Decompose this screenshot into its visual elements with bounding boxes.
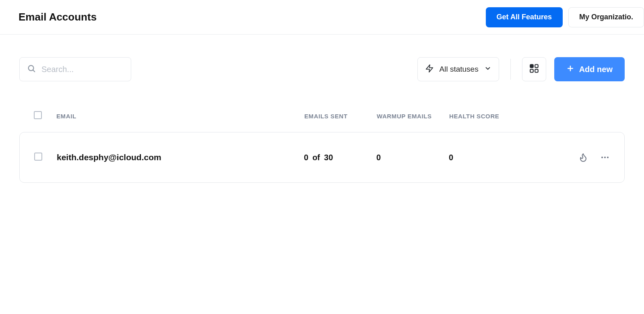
svg-point-9 [601, 157, 603, 158]
svg-rect-5 [530, 69, 533, 72]
add-new-label: Add new [579, 65, 613, 74]
view-toggle-button[interactable] [522, 57, 546, 81]
column-header-emails-sent: EMAILS SENT [304, 113, 377, 120]
search-input[interactable] [41, 65, 124, 74]
svg-rect-3 [530, 64, 533, 68]
row-email: keith.desphy@icloud.com [57, 153, 304, 162]
svg-rect-6 [535, 69, 538, 72]
row-actions [521, 153, 610, 162]
flame-icon[interactable] [578, 153, 588, 162]
svg-marker-2 [426, 64, 433, 72]
svg-line-1 [33, 70, 35, 72]
status-filter[interactable]: All statuses [417, 57, 499, 81]
toolbar: All statuses Add new [19, 57, 625, 81]
table-headers: EMAIL EMAILS SENT WARMUP EMAILS HEALTH S… [19, 111, 625, 121]
row-health-score: 0 [449, 153, 521, 162]
lightning-icon [425, 64, 434, 75]
header-actions: Get All Features My Organizatio. [486, 7, 644, 27]
svg-point-10 [604, 157, 606, 158]
search-icon [27, 64, 36, 74]
emails-sent-of: of [312, 153, 320, 162]
emails-sent-limit: 30 [324, 153, 333, 162]
my-organization-button[interactable]: My Organizatio. [568, 7, 644, 27]
chevron-down-icon [484, 65, 491, 74]
emails-sent-current: 0 [304, 153, 308, 162]
row-warmup-emails: 0 [376, 153, 449, 162]
more-icon[interactable] [600, 153, 610, 162]
svg-point-11 [607, 157, 609, 158]
select-all-checkbox[interactable] [34, 111, 42, 119]
plus-icon [566, 64, 574, 74]
svg-rect-4 [535, 64, 538, 68]
column-header-warmup-emails: WARMUP EMAILS [377, 113, 449, 120]
column-header-health-score: HEALTH SCORE [449, 113, 522, 120]
search-field[interactable] [19, 57, 131, 81]
column-header-email: EMAIL [56, 113, 304, 120]
page-title: Email Accounts [19, 11, 97, 23]
get-all-features-button[interactable]: Get All Features [486, 7, 563, 27]
grid-icon [529, 63, 539, 75]
row-checkbox[interactable] [34, 153, 42, 161]
toolbar-divider [510, 59, 511, 80]
row-emails-sent: 0 of 30 [304, 153, 376, 162]
status-filter-label: All statuses [440, 65, 479, 74]
add-new-button[interactable]: Add new [554, 57, 625, 81]
table-row[interactable]: keith.desphy@icloud.com 0 of 30 0 0 [19, 132, 625, 183]
